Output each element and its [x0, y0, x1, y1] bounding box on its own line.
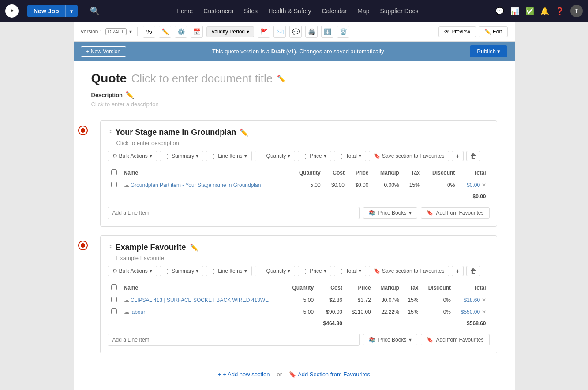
section-1-total[interactable]: ⋮ Total ▾	[334, 151, 366, 161]
section-2-bulk-actions[interactable]: ⚙ Bulk Actions ▾	[108, 266, 157, 276]
publish-button[interactable]: Publish ▾	[470, 45, 507, 57]
section-1-edit-icon[interactable]: ✏️	[240, 128, 248, 137]
dots5-icon: ⋮	[339, 153, 344, 159]
plus-icon: +	[218, 371, 221, 378]
row2-name-link[interactable]: CLIPSAL 413 | SURFACE SOCKET BACK WIRED …	[131, 297, 269, 303]
section-1-add-line-row: 📚 Price Books ▾ 🔖 Add from Favourites	[108, 207, 490, 219]
tasks-icon[interactable]: ✅	[525, 7, 534, 15]
validity-period-btn[interactable]: Validity Period ▾	[206, 26, 254, 37]
header-tax-1: Tax	[403, 167, 423, 179]
description-placeholder[interactable]: Click to enter a description	[91, 101, 497, 108]
section-1-add-btn[interactable]: +	[452, 151, 463, 161]
percent-icon-btn[interactable]: %	[143, 26, 155, 38]
row3-checkbox[interactable]	[111, 308, 117, 314]
nav-supplier-docs[interactable]: Supplier Docs	[380, 7, 418, 15]
logo-icon[interactable]: ✦	[5, 4, 19, 18]
help-icon[interactable]: ❓	[555, 7, 564, 15]
header-quantity-2: Quantity	[286, 282, 318, 294]
header-checkbox-cell-2	[108, 282, 120, 294]
select-all-checkbox-1[interactable]	[111, 169, 117, 175]
table-row: ☁ labour 5.00 $90.00 $110.00 22.22% 15% …	[108, 306, 490, 318]
avatar[interactable]: T	[570, 5, 583, 17]
section-1-radio[interactable]	[78, 126, 88, 135]
section-2-header: ⠿ Example Favourite ✏️	[108, 243, 490, 252]
section-1-add-favourites-btn[interactable]: 🔖 Add from Favourites	[421, 207, 489, 219]
section-2-summary[interactable]: ⋮ Summary ▾	[160, 266, 203, 276]
section-1-bulk-actions[interactable]: ⚙ Bulk Actions ▾	[108, 151, 157, 161]
chat-icon[interactable]: 💬	[495, 7, 504, 15]
search-icon[interactable]: 🔍	[90, 6, 100, 16]
content-area: Version 1 DRAFT ▾ % ✏️ ⚙️ 📅 Validity Per…	[0, 22, 588, 390]
section-1-description[interactable]: Click to enter description	[116, 140, 490, 146]
section-2-save-favourites[interactable]: 🔖 Save section to Favourites	[369, 266, 449, 276]
section-2-quantity[interactable]: ⋮ Quantity ▾	[255, 266, 296, 276]
section-1-save-favourites[interactable]: 🔖 Save section to Favourites	[369, 151, 449, 161]
nav-calendar[interactable]: Calendar	[322, 7, 347, 15]
email-icon-btn[interactable]: ✉️	[273, 26, 286, 38]
nav-links: Home Customers Sites Health & Safety Cal…	[176, 7, 419, 15]
notifications-icon[interactable]: 🔔	[540, 7, 549, 15]
section-2-title[interactable]: Example Favourite	[116, 243, 186, 252]
title-edit-icon[interactable]: ✏️	[277, 74, 286, 83]
new-job-dropdown[interactable]: ▾	[65, 5, 78, 17]
section-2-add-btn[interactable]: +	[452, 266, 463, 276]
calendar-icon-btn[interactable]: 📅	[191, 26, 203, 38]
section-1-price-books-btn[interactable]: 📚 Price Books ▾	[363, 207, 417, 219]
section-2-radio[interactable]	[78, 241, 88, 250]
download-icon-btn[interactable]: ⬇️	[321, 26, 333, 38]
delete-icon-btn[interactable]: 🗑️	[337, 26, 349, 38]
new-job-button[interactable]: New Job	[27, 5, 65, 17]
edit-button[interactable]: ✏️ Edit	[479, 26, 508, 37]
section-2-delete-btn[interactable]: 🗑	[466, 266, 480, 276]
add-section-favourites-button[interactable]: 🔖 Add Section from Favourites	[289, 371, 370, 378]
price-books2-chevron: ▾	[409, 337, 412, 343]
section-1-card: ⠿ Your Stage name in Groundplan ✏️ Click…	[100, 120, 497, 227]
edit-icon-btn[interactable]: ✏️	[159, 26, 171, 38]
preview-button[interactable]: 👁 Preview	[438, 26, 476, 37]
section-1-add-line-input[interactable]	[108, 207, 360, 219]
nav-icons: 💬 📊 ✅ 🔔 ❓ T	[495, 5, 583, 17]
section-2-price-books-btn[interactable]: 📚 Price Books ▾	[363, 334, 417, 345]
nav-home[interactable]: Home	[176, 7, 193, 15]
section-2-drag-handle[interactable]: ⠿	[108, 244, 112, 251]
quote-title-placeholder[interactable]: Click to enter document title	[131, 72, 273, 85]
print-icon-btn[interactable]: 🖨️	[305, 26, 318, 38]
header-tax-2: Tax	[403, 282, 422, 294]
row1-checkbox[interactable]	[111, 182, 117, 187]
row3-remove-x[interactable]: ✕	[482, 309, 486, 315]
section-2-price[interactable]: ⋮ Price ▾	[298, 266, 331, 276]
section-1-price[interactable]: ⋮ Price ▾	[298, 151, 331, 161]
section-1-delete-btn[interactable]: 🗑	[466, 151, 480, 161]
comment-icon-btn[interactable]: 💬	[289, 26, 302, 38]
section-1-title[interactable]: Your Stage name in Groundplan	[116, 128, 236, 137]
section-1-line-items[interactable]: ⋮ Line Items ▾	[206, 151, 251, 161]
section-2-add-line-input[interactable]	[108, 334, 360, 346]
bulk-actions-label: Bulk Actions	[119, 153, 148, 159]
section-1-summary[interactable]: ⋮ Summary ▾	[160, 151, 203, 161]
section-2-line-items[interactable]: ⋮ Line Items ▾	[206, 266, 251, 276]
row2-checkbox[interactable]	[111, 297, 117, 302]
section-1-quantity[interactable]: ⋮ Quantity ▾	[255, 151, 296, 161]
description-edit-icon[interactable]: ✏️	[125, 91, 134, 99]
version-chevron[interactable]: ▾	[129, 29, 132, 35]
add-new-section-button[interactable]: + + Add new section	[218, 371, 270, 378]
new-version-button[interactable]: + New Version	[81, 46, 127, 57]
row1-remove-x[interactable]: ✕	[482, 182, 486, 188]
nav-map[interactable]: Map	[357, 7, 369, 15]
row1-name-link[interactable]: Groundplan Part item - Your Stage name i…	[131, 182, 261, 188]
select-all-checkbox-2[interactable]	[111, 284, 117, 290]
flag-icon-btn[interactable]: 🚩	[258, 26, 270, 38]
settings-icon-btn[interactable]: ⚙️	[175, 26, 187, 38]
section-2-add-favourites-btn[interactable]: 🔖 Add from Favourites	[421, 334, 489, 345]
cloud2-icon: ☁	[124, 297, 129, 303]
section-2-total[interactable]: ⋮ Total ▾	[334, 266, 366, 276]
row2-remove-x[interactable]: ✕	[482, 297, 486, 303]
section-2-edit-icon[interactable]: ✏️	[190, 243, 198, 252]
nav-customers[interactable]: Customers	[203, 7, 233, 15]
nav-health-safety[interactable]: Health & Safety	[268, 7, 311, 15]
row3-name-link[interactable]: labour	[131, 309, 145, 315]
section-2-description[interactable]: Example Favourite	[116, 255, 490, 261]
nav-sites[interactable]: Sites	[244, 7, 258, 15]
analytics-icon[interactable]: 📊	[510, 7, 519, 15]
section-1-drag-handle[interactable]: ⠿	[108, 129, 112, 136]
